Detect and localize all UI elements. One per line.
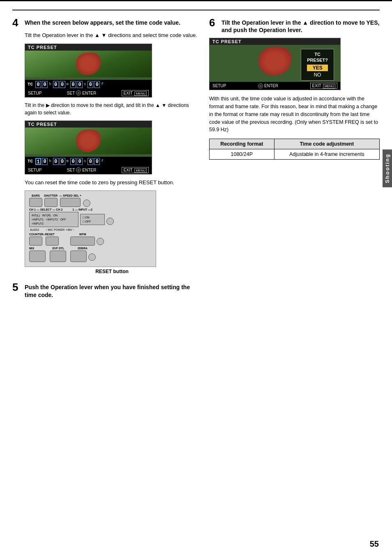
- reset-button-diagram-wrapper: BARS SHUTTER — SPEED SEL +: [25, 190, 156, 267]
- table-header-adjustment: Time code adjustment: [274, 139, 379, 149]
- diagram-label-speed: — SPEED SEL +: [59, 194, 81, 197]
- enter-circle-1: ◎: [76, 91, 81, 95]
- table-cell-adjustment: Adjustable in 4-frame increments: [274, 149, 379, 160]
- step6-number: 6: [209, 17, 218, 28]
- page-container: 4 When the screen below appears, set the…: [0, 0, 392, 557]
- tc-screen-image-1: [25, 51, 152, 77]
- exit-btn-right: EXIT MENU: [310, 83, 337, 89]
- tc-digit-1s-2: 0: [77, 158, 83, 165]
- yes-option: YES: [307, 65, 328, 71]
- menu-label-right: MENU: [323, 84, 335, 88]
- tc-digit-0m-2: 0: [60, 81, 65, 88]
- left-column: 4 When the screen below appears, set the…: [12, 17, 199, 302]
- right-column: 6 Tilt the Operation lever in the ▲ dire…: [209, 17, 380, 302]
- enter-label-1: ENTER: [82, 91, 96, 95]
- diagram-ch-label: CH 1 — SELECT — CH 2: [29, 208, 62, 211]
- diagram-ch-box: INT(L) INT(R) ON =INPUT1 =INPUT2 OFF =IN…: [29, 212, 78, 227]
- diagram-btn-wfm: [70, 237, 95, 246]
- tc-digit-0s-1: 0: [70, 81, 76, 88]
- tc-digit-1m-2: 0: [60, 158, 65, 165]
- diagram-row-4: [29, 251, 152, 262]
- tc-digit-0s-2: 0: [77, 81, 83, 88]
- tc-digit-0m-1: 0: [53, 81, 59, 88]
- diagram-round-3: [97, 238, 104, 245]
- tc-unit-h-2: h: [49, 159, 51, 163]
- diagram-btn-counter: [29, 237, 42, 246]
- step4-body1: Tilt the Operation lever in the ▲ ▼ dire…: [25, 31, 199, 39]
- table-cell-format: 1080/24P: [210, 149, 274, 160]
- step4-title: When the screen below appears, set the t…: [25, 17, 180, 26]
- tc-preset-label-1: TC PRESET: [25, 44, 152, 51]
- enter-circle-right: ◎: [258, 84, 263, 88]
- tc-unit-f-1: f: [101, 82, 103, 86]
- diagram-zebra-label: ZEBRA: [78, 247, 88, 250]
- yes-dialog: TCPRESET? YES NO: [301, 49, 334, 80]
- tc-unit-s-1: s: [84, 82, 86, 86]
- recording-format-table: Recording format Time code adjustment 10…: [209, 139, 380, 160]
- tc-preset-screen-1: [25, 51, 152, 80]
- setup-label-2: SETUP: [28, 168, 42, 172]
- tc-unit-h-1: h: [49, 82, 51, 86]
- tc-unit-f-2: f: [101, 159, 103, 163]
- reset-caption: RESET button: [25, 269, 199, 274]
- diagram-round-2: [106, 218, 114, 225]
- diagram-btn-evf: [50, 251, 66, 262]
- no-option: NO: [307, 72, 328, 78]
- diagram-btn-zebra: [70, 251, 87, 262]
- enter-btn-right: ◎ ENTER: [258, 84, 278, 88]
- diagram-ch-input1: =INPUT1 =INPUT2 OFF: [32, 218, 76, 222]
- tc-unit-m-2: m: [67, 159, 69, 163]
- diagram-counter-label: COUNTER–RESET: [29, 233, 55, 236]
- flower-decoration-2: [76, 130, 101, 152]
- tc-text-label-1: TC: [28, 82, 33, 87]
- tc-preset-box-right: TC PRESET TCPRESET? YES NO SETUP ◎ ENTER: [209, 38, 341, 90]
- diagram-wfm-label: WFM: [79, 233, 86, 236]
- menu-label-2: MENU: [134, 168, 147, 173]
- tc-preset-footer-1: SETUP SET ◎ ENTER EXIT MENU: [25, 89, 152, 97]
- tc-yes-screen: TCPRESET? YES NO: [210, 45, 340, 82]
- tc-digit-0h-2: 0: [42, 81, 48, 88]
- diagram-input-on: □ ON: [83, 216, 102, 220]
- exit-label-right: EXIT: [312, 84, 321, 88]
- diagram-row-2-labels: CH 1 — SELECT — CH 2 1 — INPUT —2: [29, 208, 152, 211]
- diagram-input-label: 1 — INPUT —2: [72, 208, 92, 211]
- diagram-input-box: □ ON □ OFF: [80, 214, 105, 225]
- step5-title: Push the Operation lever when you have f…: [25, 282, 199, 298]
- yes-dialog-title: TCPRESET?: [307, 52, 328, 63]
- step4-body2: Tilt in the ▶ direction to move to the n…: [25, 102, 199, 116]
- diagram-row-4-labels: MIX EVF DTL ZEBRA: [29, 247, 152, 250]
- diagram-row-1: BARS SHUTTER — SPEED SEL +: [29, 194, 152, 207]
- step6-title: Tilt the Operation lever in the ▲ direct…: [221, 17, 380, 34]
- tc-preset-label-right: TC PRESET: [210, 38, 340, 45]
- diagram-row-3: [29, 237, 152, 246]
- tc-digit-0h-1: 0: [35, 81, 41, 88]
- step4-heading: 4 When the screen below appears, set the…: [12, 17, 199, 28]
- diagram-btn-reset: [46, 237, 59, 246]
- exit-btn-2: EXIT MENU: [122, 167, 149, 173]
- main-layout: 4 When the screen below appears, set the…: [12, 17, 380, 302]
- diagram-mix-label: MIX: [29, 247, 34, 250]
- tc-text-label-2: TC: [28, 159, 33, 164]
- info-text: With this unit, the time code value is a…: [209, 95, 380, 134]
- flower-decoration-1: [76, 53, 101, 75]
- diagram-btn-bars: [29, 198, 42, 207]
- set-label-2: SET: [67, 168, 75, 172]
- enter-circle-2: ◎: [76, 167, 81, 172]
- tc-preset-label-2: TC PRESET: [25, 121, 152, 128]
- reset-button-diagram: BARS SHUTTER — SPEED SEL +: [25, 190, 156, 267]
- side-tab: Shooting: [383, 149, 392, 187]
- setup-label-1: SETUP: [28, 91, 42, 95]
- step5-number: 5: [12, 282, 21, 292]
- tc-timecode-bar-1: TC 0 0 h 0 0 m 0 0 s 0 0 f: [25, 80, 152, 89]
- tc-digit-1h-1: 1: [35, 158, 41, 165]
- tc-digit-1h-2: 0: [42, 158, 48, 165]
- exit-btn-1: EXIT MENU: [122, 90, 149, 96]
- tc-digit-0f-2: 0: [94, 81, 100, 88]
- top-rule: [12, 9, 380, 11]
- tc-preset-footer-2: SETUP SET ◎ ENTER EXIT MENU: [25, 166, 152, 174]
- exit-label-1: EXIT: [124, 91, 133, 95]
- tc-preset-footer-right: SETUP ◎ ENTER EXIT MENU: [210, 82, 340, 90]
- set-label-1: SET: [67, 91, 75, 95]
- diagram-row-3-labels: COUNTER–RESET WFM: [29, 233, 152, 236]
- tc-screen-image-2: [25, 128, 152, 154]
